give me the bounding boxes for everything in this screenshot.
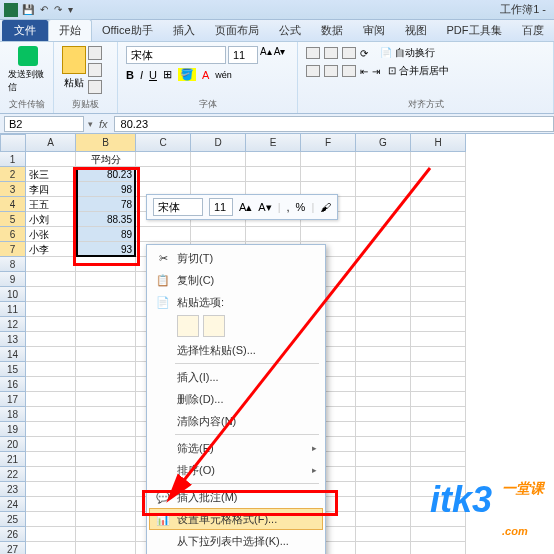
- tab-office-helper[interactable]: Office助手: [92, 20, 163, 41]
- row-header-20[interactable]: 20: [0, 437, 26, 452]
- menu-filter[interactable]: 筛选(E)▸: [149, 437, 323, 459]
- row-header-4[interactable]: 4: [0, 197, 26, 212]
- cell-B11[interactable]: [76, 302, 136, 317]
- cell-A13[interactable]: [26, 332, 76, 347]
- cell-H15[interactable]: [411, 362, 466, 377]
- cell-G11[interactable]: [356, 302, 411, 317]
- cell-B24[interactable]: [76, 497, 136, 512]
- tab-review[interactable]: 审阅: [353, 20, 395, 41]
- cell-A22[interactable]: [26, 467, 76, 482]
- cell-H13[interactable]: [411, 332, 466, 347]
- cell-G8[interactable]: [356, 257, 411, 272]
- fx-icon[interactable]: fx: [93, 118, 114, 130]
- cell-B20[interactable]: [76, 437, 136, 452]
- row-header-23[interactable]: 23: [0, 482, 26, 497]
- mini-size-combo[interactable]: 11: [209, 198, 233, 216]
- cell-G4[interactable]: [356, 197, 411, 212]
- row-header-5[interactable]: 5: [0, 212, 26, 227]
- cell-A5[interactable]: 小刘: [26, 212, 76, 227]
- mini-font-combo[interactable]: 宋体: [153, 198, 203, 216]
- cell-A7[interactable]: 小李: [26, 242, 76, 257]
- row-header-22[interactable]: 22: [0, 467, 26, 482]
- cell-H10[interactable]: [411, 287, 466, 302]
- cell-B18[interactable]: [76, 407, 136, 422]
- menu-sort[interactable]: 排序(O)▸: [149, 459, 323, 481]
- cell-G21[interactable]: [356, 452, 411, 467]
- cell-H18[interactable]: [411, 407, 466, 422]
- cell-A16[interactable]: [26, 377, 76, 392]
- cell-F6[interactable]: [301, 227, 356, 242]
- cell-A15[interactable]: [26, 362, 76, 377]
- tab-insert[interactable]: 插入: [163, 20, 205, 41]
- row-header-7[interactable]: 7: [0, 242, 26, 257]
- cell-F2[interactable]: [301, 167, 356, 182]
- underline-button[interactable]: U: [149, 69, 157, 81]
- cell-A25[interactable]: [26, 512, 76, 527]
- row-header-9[interactable]: 9: [0, 272, 26, 287]
- cell-H1[interactable]: [411, 152, 466, 167]
- cell-B8[interactable]: [76, 257, 136, 272]
- cell-B23[interactable]: [76, 482, 136, 497]
- mini-comma-icon[interactable]: ,: [287, 201, 290, 213]
- cell-G20[interactable]: [356, 437, 411, 452]
- paste-option-2[interactable]: [203, 315, 225, 337]
- formula-bar[interactable]: 80.23: [114, 116, 554, 132]
- row-header-11[interactable]: 11: [0, 302, 26, 317]
- cell-G9[interactable]: [356, 272, 411, 287]
- menu-insert[interactable]: 插入(I)...: [149, 366, 323, 388]
- cell-G23[interactable]: [356, 482, 411, 497]
- orientation-icon[interactable]: ⟳: [360, 48, 368, 59]
- cell-G27[interactable]: [356, 542, 411, 554]
- wrap-text-button[interactable]: 📄 自动换行: [380, 46, 435, 60]
- cell-G13[interactable]: [356, 332, 411, 347]
- cell-G15[interactable]: [356, 362, 411, 377]
- row-header-21[interactable]: 21: [0, 452, 26, 467]
- cell-B14[interactable]: [76, 347, 136, 362]
- font-name-combo[interactable]: 宋体: [126, 46, 226, 64]
- decrease-indent-icon[interactable]: ⇤: [360, 66, 368, 77]
- cell-B12[interactable]: [76, 317, 136, 332]
- mini-percent-icon[interactable]: %: [296, 201, 306, 213]
- cell-H5[interactable]: [411, 212, 466, 227]
- cell-H19[interactable]: [411, 422, 466, 437]
- qat-dropdown-icon[interactable]: ▾: [68, 4, 73, 15]
- cell-H6[interactable]: [411, 227, 466, 242]
- align-left-icon[interactable]: [306, 65, 320, 77]
- cell-D6[interactable]: [191, 227, 246, 242]
- row-header-17[interactable]: 17: [0, 392, 26, 407]
- cell-G16[interactable]: [356, 377, 411, 392]
- save-icon[interactable]: 💾: [22, 4, 34, 15]
- increase-font-icon[interactable]: A▴: [260, 46, 272, 64]
- cell-D2[interactable]: [191, 167, 246, 182]
- cell-A11[interactable]: [26, 302, 76, 317]
- cell-A19[interactable]: [26, 422, 76, 437]
- select-all-corner[interactable]: [0, 134, 26, 152]
- cell-H20[interactable]: [411, 437, 466, 452]
- cell-B16[interactable]: [76, 377, 136, 392]
- format-painter-icon[interactable]: [88, 80, 102, 94]
- cell-G22[interactable]: [356, 467, 411, 482]
- cell-H4[interactable]: [411, 197, 466, 212]
- row-header-6[interactable]: 6: [0, 227, 26, 242]
- cell-B15[interactable]: [76, 362, 136, 377]
- cell-A27[interactable]: [26, 542, 76, 554]
- paste-button[interactable]: 粘贴: [62, 46, 86, 94]
- cell-D1[interactable]: [191, 152, 246, 167]
- row-header-25[interactable]: 25: [0, 512, 26, 527]
- mini-format-painter-icon[interactable]: 🖌: [320, 201, 331, 213]
- menu-delete[interactable]: 删除(D)...: [149, 388, 323, 410]
- col-header-F[interactable]: F: [301, 134, 356, 152]
- cell-B4[interactable]: 78: [76, 197, 136, 212]
- cell-A10[interactable]: [26, 287, 76, 302]
- cell-F1[interactable]: [301, 152, 356, 167]
- cell-E6[interactable]: [246, 227, 301, 242]
- cell-B17[interactable]: [76, 392, 136, 407]
- cell-E1[interactable]: [246, 152, 301, 167]
- cell-A4[interactable]: 王五: [26, 197, 76, 212]
- cell-H17[interactable]: [411, 392, 466, 407]
- cell-A23[interactable]: [26, 482, 76, 497]
- tab-data[interactable]: 数据: [311, 20, 353, 41]
- cell-B22[interactable]: [76, 467, 136, 482]
- row-header-3[interactable]: 3: [0, 182, 26, 197]
- cell-H9[interactable]: [411, 272, 466, 287]
